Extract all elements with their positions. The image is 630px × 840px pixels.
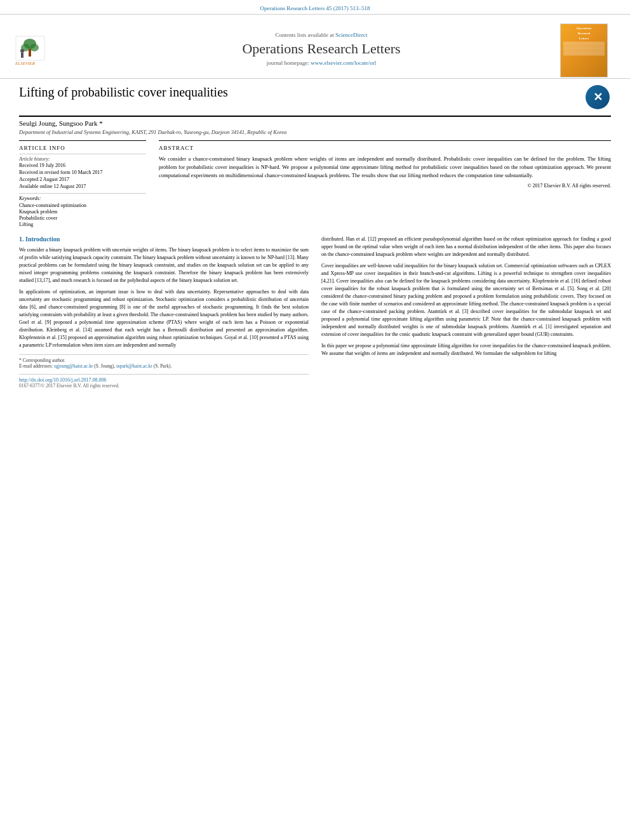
journal-cover-container: Operations Research Letters <box>560 23 611 74</box>
intro-para-1: We consider a binary knapsack problem wi… <box>19 246 309 284</box>
crossmark-logo[interactable]: ✕ <box>586 85 611 110</box>
authors-line: Seulgi Joung, Sungsoo Park * <box>19 119 611 127</box>
svg-rect-4 <box>29 49 31 57</box>
homepage-line: journal homepage: www.elsevier.com/locat… <box>83 60 560 66</box>
copyright-notice: © 2017 Elsevier B.V. All rights reserved… <box>159 183 611 189</box>
doi-section: http://dx.doi.org/10.1016/j.orl.2017.08.… <box>19 374 309 389</box>
issn-text: 0167-6377/© 2017 Elsevier B.V. All right… <box>19 383 309 389</box>
journal-cover-image: Operations Research Letters <box>560 23 608 77</box>
footnote-email-label: E-mail addresses: <box>19 363 53 369</box>
sciencedirect-link[interactable]: ScienceDirect <box>335 32 367 38</box>
keyword-1: Chance-constrained optimization <box>19 203 146 208</box>
keyword-2: Knapsack problem <box>19 209 146 215</box>
cover-title-line2: Research <box>563 32 605 36</box>
svg-text:ELSEVIER: ELSEVIER <box>15 61 36 66</box>
article-title-section: Lifting of probabilistic cover inequalit… <box>19 85 611 117</box>
footnote-name1: (S. Joung), <box>94 363 115 369</box>
intro-section-title: 1. Introduction <box>19 236 309 243</box>
page: Operations Research Letters 45 (2017) 51… <box>0 0 630 840</box>
received-revised-date: Received in revised form 10 March 2017 <box>19 170 146 175</box>
elsevier-logo: ELSEVIER <box>13 30 64 68</box>
journal-citation: Operations Research Letters 45 (2017) 51… <box>260 5 370 11</box>
crossmark-icon[interactable]: ✕ <box>586 85 610 109</box>
history-label: Article history: <box>19 156 146 162</box>
footnote-section: * Corresponding author. E-mail addresses… <box>19 354 309 369</box>
header-left: ELSEVIER <box>13 30 83 68</box>
header-center: Contents lists available at ScienceDirec… <box>83 32 560 66</box>
right-para-2: Cover inequalities are well-known valid … <box>321 262 611 338</box>
doi-url[interactable]: http://dx.doi.org/10.1016/j.orl.2017.08.… <box>19 377 309 383</box>
svg-point-5 <box>20 49 24 53</box>
body-right-column: distributed. Han et al. [12] proposed an… <box>321 236 611 389</box>
title-and-authors: Lifting of probabilistic cover inequalit… <box>19 85 228 100</box>
cover-title-line1: Operations <box>563 27 605 30</box>
abstract-column: ABSTRACT We consider a chance-constraine… <box>159 140 611 228</box>
footnote-email-line: E-mail addresses: sgjoung@kaist.ac.kr (S… <box>19 363 309 369</box>
article-info-title: ARTICLE INFO <box>19 145 146 151</box>
keywords-section: Keywords: Chance-constrained optimizatio… <box>19 193 146 227</box>
received-date: Received 19 July 2016 <box>19 163 146 168</box>
main-content: Lifting of probabilistic cover inequalit… <box>0 79 630 395</box>
footnote-email1-link[interactable]: sgjoung@kaist.ac.kr <box>54 363 93 369</box>
svg-point-3 <box>30 44 39 51</box>
contents-available-line: Contents lists available at ScienceDirec… <box>83 32 560 38</box>
available-date: Available online 12 August 2017 <box>19 183 146 189</box>
abstract-title: ABSTRACT <box>159 145 611 151</box>
abstract-section: ABSTRACT We consider a chance-constraine… <box>159 140 611 189</box>
journal-title: Operations Research Letters <box>83 41 560 57</box>
footnote-email2-link[interactable]: sspark@kaist.ac.kr <box>116 363 152 369</box>
article-info-box: ARTICLE INFO Article history: Received 1… <box>19 140 146 227</box>
journal-header: ELSEVIER Contents lists available at Sci… <box>0 18 630 79</box>
cover-title-line3: Letters <box>563 37 605 41</box>
keyword-3: Probabilistic cover <box>19 215 146 221</box>
footnote-name2: (S. Park). <box>154 363 172 369</box>
abstract-text: We consider a chance-constrained binary … <box>159 155 611 179</box>
journal-citation-bar: Operations Research Letters 45 (2017) 51… <box>0 0 630 15</box>
homepage-url[interactable]: www.elsevier.com/locate/orl <box>311 60 376 66</box>
article-history: Article history: Received 19 July 2016 R… <box>19 154 146 189</box>
footnote-star-text: * Corresponding author. <box>19 357 309 363</box>
svg-rect-6 <box>21 53 23 58</box>
body-section: 1. Introduction We consider a binary kna… <box>19 236 611 389</box>
info-abstract-section: ARTICLE INFO Article history: Received 1… <box>19 140 611 228</box>
keyword-4: Lifting <box>19 222 146 227</box>
right-para-1: distributed. Han et al. [12] proposed an… <box>321 236 611 258</box>
keywords-label: Keywords: <box>19 196 146 201</box>
accepted-date: Accepted 2 August 2017 <box>19 177 146 182</box>
right-para-3: In this paper we propose a polynomial ti… <box>321 342 611 357</box>
affiliation: Department of Industrial and Systems Eng… <box>19 129 611 135</box>
article-info-column: ARTICLE INFO Article history: Received 1… <box>19 140 146 228</box>
body-left-column: 1. Introduction We consider a binary kna… <box>19 236 309 389</box>
intro-para-2: In applications of optimization, an impo… <box>19 288 309 349</box>
article-title: Lifting of probabilistic cover inequalit… <box>19 85 228 100</box>
